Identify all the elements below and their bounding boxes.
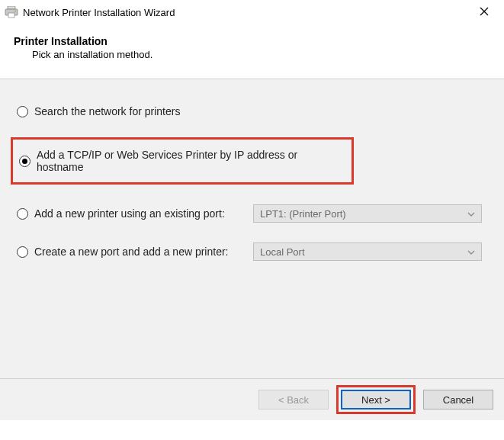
select-value: Local Port (260, 246, 305, 258)
page-title: Printer Installation (14, 35, 490, 47)
new-port-select[interactable]: Local Port (253, 242, 482, 261)
option-tcpip-highlight: Add a TCP/IP or Web Services Printer by … (11, 137, 354, 185)
chevron-down-icon (467, 249, 475, 256)
option-existing-port[interactable]: Add a new printer using an existing port… (17, 207, 253, 220)
printer-icon (5, 6, 18, 18)
close-icon (480, 6, 489, 18)
option-label: Create a new port and add a new printer: (34, 246, 229, 258)
existing-port-select[interactable]: LPT1: (Printer Port) (253, 204, 482, 223)
back-button: < Back (258, 390, 329, 409)
radio-icon-checked (19, 156, 30, 167)
svg-rect-2 (8, 13, 14, 18)
next-button-highlight: Next > (336, 385, 416, 414)
select-value: LPT1: (Printer Port) (260, 208, 346, 220)
option-search-network[interactable]: Search the network for printers (17, 105, 487, 117)
chevron-down-icon (467, 210, 475, 218)
option-new-port[interactable]: Create a new port and add a new printer: (17, 246, 253, 258)
svg-rect-0 (8, 6, 15, 9)
radio-icon (17, 246, 28, 258)
svg-point-3 (14, 11, 16, 12)
page-subtitle: Pick an installation method. (14, 49, 490, 60)
radio-icon (17, 106, 28, 117)
option-label: Add a new printer using an existing port… (34, 207, 225, 220)
radio-icon (17, 208, 28, 220)
next-button[interactable]: Next > (341, 390, 411, 409)
window-title: Network Printer Installation Wizard (23, 7, 469, 18)
cancel-button[interactable]: Cancel (423, 390, 493, 409)
option-label: Search the network for printers (34, 105, 180, 117)
close-button[interactable] (469, 2, 499, 23)
option-label[interactable]: Add a TCP/IP or Web Services Printer by … (37, 149, 347, 173)
